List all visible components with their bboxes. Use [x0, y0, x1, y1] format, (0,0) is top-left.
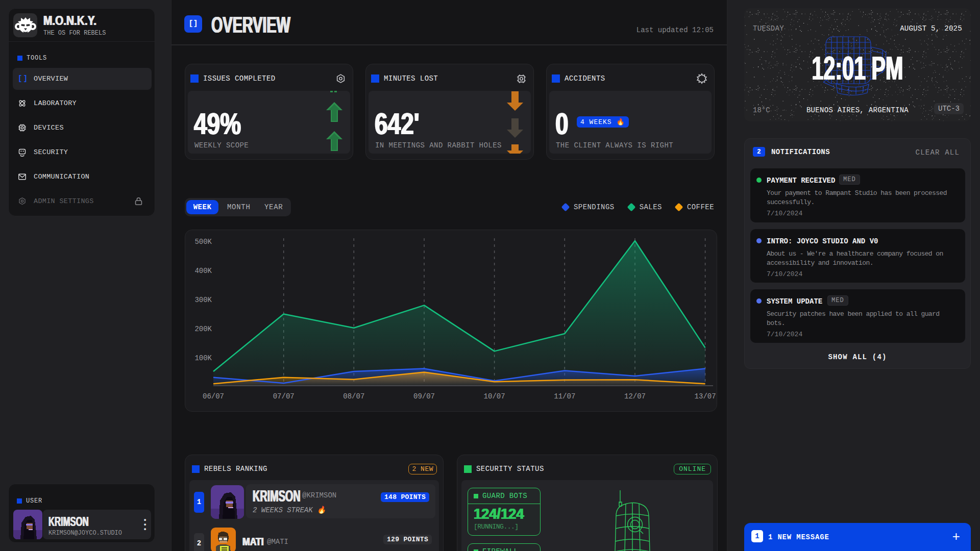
svg-text:07/07: 07/07	[273, 392, 295, 400]
svg-text:12/07: 12/07	[624, 392, 646, 400]
svg-text:09/07: 09/07	[413, 392, 435, 400]
svg-text:08/07: 08/07	[343, 392, 364, 400]
svg-text:10/07: 10/07	[484, 392, 505, 400]
svg-text:13/07: 13/07	[695, 392, 716, 400]
svg-text:500K: 500K	[194, 238, 212, 246]
svg-text:100K: 100K	[194, 354, 212, 362]
svg-text:400K: 400K	[194, 267, 212, 275]
svg-text:300K: 300K	[194, 296, 212, 304]
svg-text:11/07: 11/07	[554, 392, 575, 400]
svg-text:200K: 200K	[194, 325, 212, 333]
svg-text:06/07: 06/07	[203, 392, 224, 400]
